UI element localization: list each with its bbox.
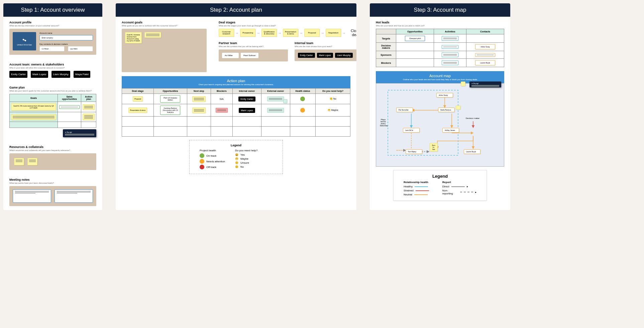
next-cell[interactable] bbox=[192, 96, 206, 102]
table-row[interactable]: Presentation & demo Combine Platform One… bbox=[122, 104, 350, 117]
opp-sticky[interactable] bbox=[59, 105, 80, 109]
legend-item: Healthy bbox=[404, 185, 429, 188]
gameplan-table[interactable]: Goals Sales opportunities Action plan Go… bbox=[9, 94, 96, 128]
note-card[interactable] bbox=[13, 189, 51, 203]
contact-cell[interactable] bbox=[475, 53, 495, 57]
team-member[interactable]: Liam Murphy bbox=[51, 71, 70, 78]
legend-item: Direct▸ bbox=[442, 185, 476, 188]
blocker-cell[interactable] bbox=[216, 108, 228, 113]
note-card[interactable] bbox=[55, 189, 93, 203]
owner-cell[interactable]: Mark Lopez bbox=[239, 108, 255, 113]
internal-member[interactable]: Emily Carter bbox=[298, 53, 315, 58]
help-cell: 😬 Maybe bbox=[316, 104, 350, 117]
map-sticky[interactable] bbox=[456, 106, 460, 110]
team-member[interactable]: Mark Lopez bbox=[31, 71, 48, 78]
map-node[interactable]: Ashley James bbox=[442, 128, 459, 133]
legend-item: 😕 Unsure bbox=[235, 161, 257, 164]
act-cell[interactable] bbox=[442, 60, 458, 65]
table-row[interactable] bbox=[122, 127, 350, 137]
internal-sub: Who are the main drivers from your team? bbox=[295, 45, 356, 47]
contact-cell[interactable]: Lauren Boyle bbox=[475, 60, 495, 65]
map-node[interactable]: Pat Stumuller bbox=[396, 108, 413, 112]
account-name-field[interactable]: Enter company bbox=[39, 35, 93, 40]
col-action: Action plan bbox=[81, 94, 96, 102]
hot-leads-table[interactable]: Opportunities Activities Contacts Target… bbox=[376, 29, 504, 67]
internal-member[interactable]: Liam Murphy bbox=[335, 53, 352, 58]
pro-tip[interactable]: ✦ Pro tip! bbox=[63, 129, 96, 137]
company-logo[interactable]: United Oil & Gas bbox=[13, 32, 36, 50]
act-cell[interactable] bbox=[442, 52, 458, 57]
map-node[interactable]: Stella Pavlova bbox=[438, 108, 455, 112]
legend-item: 😃 Yes bbox=[235, 153, 257, 156]
map-node[interactable]: Arthur Song bbox=[436, 93, 453, 98]
col: Blockers bbox=[211, 89, 232, 94]
action-sticky[interactable] bbox=[83, 114, 95, 120]
opp-cell[interactable]: Pitch CX Analytics Edition bbox=[160, 95, 180, 103]
partner-contact[interactable]: Avi Miller bbox=[222, 53, 239, 58]
next-cell[interactable] bbox=[192, 108, 206, 113]
internal-member[interactable]: Mark Lopez bbox=[317, 53, 333, 58]
action-plan-table[interactable]: Deal stage Opportunities Next step Block… bbox=[122, 88, 350, 137]
step2-panel[interactable]: Step 2: Account plan Account goals What … bbox=[116, 3, 356, 210]
arrow-icon: → bbox=[321, 31, 324, 35]
partner-contact[interactable]: Pearl Sullivan bbox=[241, 53, 258, 58]
resource-sticky[interactable] bbox=[14, 158, 24, 165]
account-map-canvas[interactable]: ✦ Pro tip! Arthur Song Pat Stumuller Ste… bbox=[376, 83, 504, 167]
notes-sub: What key points have your team discussed… bbox=[9, 182, 96, 184]
action-sticky[interactable] bbox=[83, 104, 95, 110]
map-sticky[interactable] bbox=[461, 81, 465, 86]
step1-header: Step 1: Account overview bbox=[3, 3, 102, 17]
profile-box[interactable]: United Oil & Gas Account name Enter comp… bbox=[9, 29, 96, 55]
stage[interactable]: Qualification & discovery bbox=[261, 29, 277, 37]
stage[interactable]: Proposal bbox=[304, 29, 320, 37]
col: Internal owner bbox=[232, 89, 261, 94]
map-node[interactable]: Tom Ripley bbox=[406, 149, 422, 154]
team-sub: Who in your team will drive this custome… bbox=[9, 67, 96, 69]
team-member[interactable]: Maya Patel bbox=[74, 71, 90, 78]
canvas[interactable]: Step 1: Account overview Account profile… bbox=[3, 3, 641, 210]
stage[interactable]: Presentation & demo bbox=[283, 29, 298, 37]
table-row[interactable] bbox=[122, 117, 350, 127]
stage-cell[interactable]: Presentation & demo bbox=[128, 108, 147, 113]
act-cell[interactable] bbox=[442, 45, 458, 49]
col-opps: Sales opportunities bbox=[58, 94, 81, 102]
internal-team-section: Internal team Who are the main drivers f… bbox=[295, 41, 356, 61]
account-goals-section: Account goals What goals do you aim to a… bbox=[116, 17, 213, 76]
partner-team-section: Partner team Who are the contacts that y… bbox=[219, 41, 288, 61]
ext-owner-sticky[interactable] bbox=[283, 99, 287, 103]
map-annotation-sticky[interactable]: Son-in-law bbox=[430, 143, 438, 152]
col: Health status bbox=[290, 89, 316, 94]
stage-flow[interactable]: Customer research→ Prospecting→ Qualific… bbox=[219, 29, 356, 37]
map-node[interactable]: Lauren Boyle bbox=[464, 149, 480, 154]
goal-sticky[interactable] bbox=[144, 32, 161, 38]
stage[interactable]: Prospecting bbox=[240, 29, 255, 37]
step3-panel[interactable]: Step 3: Account map Hot leads Who are yo… bbox=[370, 3, 510, 210]
map-node[interactable]: Lara DiCio bbox=[403, 128, 420, 133]
opp-cell[interactable]: Combine Platform One product with CX Ana… bbox=[160, 106, 180, 115]
table-row[interactable]: Proposal Pitch CX Analytics Edition N/A … bbox=[122, 94, 350, 104]
team-member[interactable]: Emily Carter bbox=[9, 71, 27, 78]
goal-sticky[interactable]: Goal #1: Increase revenue from Account A… bbox=[125, 32, 142, 43]
act-cell[interactable] bbox=[442, 36, 458, 41]
pro-tip[interactable]: ✦ Pro tip! bbox=[469, 81, 501, 88]
ext-owner-cell[interactable] bbox=[267, 108, 284, 113]
owner-cell[interactable]: Emily Carter bbox=[238, 97, 255, 102]
legend-item: 😬 Maybe bbox=[235, 157, 257, 160]
arrow-icon: → bbox=[278, 31, 282, 35]
goal-sticky[interactable] bbox=[11, 114, 56, 120]
contact-card[interactable]: Leo Hahn bbox=[68, 46, 93, 51]
map-annotation: Plays tennis every Saturday bbox=[378, 118, 389, 128]
contact-card[interactable]: CJ Perez bbox=[39, 46, 65, 51]
resource-sticky[interactable] bbox=[27, 158, 37, 165]
col: Next step bbox=[187, 89, 211, 94]
contact-cell[interactable]: Arthur Song bbox=[475, 44, 495, 49]
stage[interactable]: Negotiation bbox=[326, 29, 341, 37]
step1-panel[interactable]: Step 1: Account overview Account profile… bbox=[3, 3, 102, 210]
goal-sticky[interactable]: Goal #1: 5% more revenue from 1% team na… bbox=[11, 103, 56, 111]
account-team-section: Account team: owners & stakeholders Who … bbox=[3, 59, 102, 82]
stage[interactable]: Customer research bbox=[219, 29, 234, 37]
stage-cell[interactable]: Proposal bbox=[133, 96, 143, 102]
opp-cell[interactable]: Champion pitch bbox=[405, 36, 425, 41]
ext-owner-cell[interactable] bbox=[267, 97, 284, 101]
map-title: Account map bbox=[379, 74, 502, 78]
